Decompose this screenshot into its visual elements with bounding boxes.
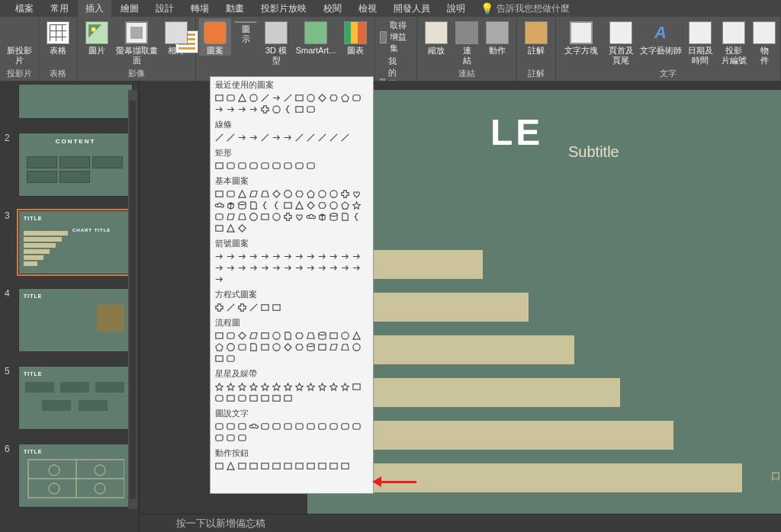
shape-option[interactable] — [317, 330, 328, 341]
shape-option[interactable] — [236, 104, 248, 115]
shape-option[interactable] — [328, 341, 339, 353]
shape-option[interactable] — [236, 262, 248, 274]
shape-option[interactable] — [214, 211, 225, 223]
shape-option[interactable] — [339, 92, 351, 104]
shape-option[interactable] — [305, 421, 317, 432]
shape-option[interactable] — [339, 460, 351, 472]
shape-option[interactable] — [259, 302, 271, 313]
shape-option[interactable] — [328, 330, 339, 341]
notes-pane[interactable]: 按一下以新增備忘稿 — [140, 514, 781, 532]
shape-option[interactable] — [214, 188, 225, 200]
tab-slideshow[interactable]: 投影片放映 — [253, 0, 314, 18]
shape-option[interactable] — [225, 188, 236, 200]
shape-option[interactable] — [225, 211, 236, 223]
shape-option[interactable] — [225, 104, 236, 115]
shape-option[interactable] — [328, 92, 339, 104]
shape-option[interactable] — [317, 421, 328, 432]
shape-option[interactable] — [271, 460, 282, 472]
shape-option[interactable] — [317, 188, 328, 200]
shape-option[interactable] — [294, 262, 305, 274]
shape-option[interactable] — [282, 251, 294, 262]
tab-home[interactable]: 常用 — [43, 0, 76, 18]
shape-option[interactable] — [248, 330, 259, 341]
shape-option[interactable] — [225, 381, 236, 393]
slide-thumb-6[interactable]: TITLE — [18, 444, 133, 508]
shape-option[interactable] — [236, 460, 248, 472]
shape-option[interactable] — [305, 92, 317, 104]
shape-option[interactable] — [236, 223, 248, 234]
shape-option[interactable] — [351, 341, 362, 353]
shape-option[interactable] — [317, 341, 328, 353]
shape-option[interactable] — [259, 200, 271, 211]
shape-option[interactable] — [259, 132, 271, 143]
shape-option[interactable] — [225, 432, 236, 444]
shape-option[interactable] — [225, 223, 236, 234]
comment-button[interactable]: 註解 — [520, 18, 552, 56]
shape-option[interactable] — [294, 200, 305, 211]
shape-option[interactable] — [271, 211, 282, 223]
new-slide-button[interactable]: 新投影 片 — [3, 18, 35, 65]
shape-option[interactable] — [305, 330, 317, 341]
shape-option[interactable] — [305, 211, 317, 223]
thumb-scrollbar[interactable] — [128, 90, 137, 509]
shape-option[interactable] — [225, 393, 236, 404]
shape-option[interactable] — [271, 160, 282, 171]
shape-option[interactable] — [328, 421, 339, 432]
icons-button[interactable]: 圖 示 — [233, 18, 259, 43]
wordart-button[interactable]: 文字藝術師 — [638, 18, 683, 56]
shape-option[interactable] — [214, 353, 225, 364]
shape-option[interactable] — [248, 132, 259, 143]
tab-developer[interactable]: 開發人員 — [386, 0, 438, 18]
shape-option[interactable] — [214, 381, 225, 393]
shape-option[interactable] — [248, 302, 259, 313]
shape-option[interactable] — [236, 432, 248, 444]
shape-option[interactable] — [305, 104, 317, 115]
shape-option[interactable] — [282, 262, 294, 274]
shape-option[interactable] — [259, 393, 271, 404]
shape-option[interactable] — [339, 330, 351, 341]
3dmodel-button[interactable]: 3D 模 型 — [260, 18, 292, 65]
shape-option[interactable] — [294, 460, 305, 472]
shape-option[interactable] — [339, 251, 351, 262]
shape-option[interactable] — [214, 393, 225, 404]
shape-option[interactable] — [248, 92, 259, 104]
shape-option[interactable] — [282, 381, 294, 393]
shape-option[interactable] — [294, 330, 305, 341]
shape-option[interactable] — [236, 200, 248, 211]
shape-option[interactable] — [236, 302, 248, 313]
slide-thumb-2[interactable]: CONTENT — [18, 133, 133, 197]
shape-option[interactable] — [282, 393, 294, 404]
shape-option[interactable] — [259, 251, 271, 262]
chart-button[interactable]: 圖表 — [339, 18, 371, 56]
shape-option[interactable] — [259, 460, 271, 472]
shape-option[interactable] — [214, 274, 225, 285]
shape-option[interactable] — [271, 188, 282, 200]
shape-option[interactable] — [214, 262, 225, 274]
shape-option[interactable] — [328, 188, 339, 200]
shape-option[interactable] — [236, 341, 248, 353]
shape-option[interactable] — [351, 92, 362, 104]
shape-option[interactable] — [214, 251, 225, 262]
shape-option[interactable] — [271, 381, 282, 393]
shape-option[interactable] — [328, 211, 339, 223]
tab-animations[interactable]: 動畫 — [218, 0, 252, 18]
shape-option[interactable] — [248, 460, 259, 472]
shape-option[interactable] — [236, 251, 248, 262]
shape-option[interactable] — [236, 381, 248, 393]
shape-option[interactable] — [248, 381, 259, 393]
shape-option[interactable] — [294, 132, 305, 143]
shape-option[interactable] — [259, 104, 271, 115]
shape-option[interactable] — [214, 160, 225, 171]
shape-option[interactable] — [305, 341, 317, 353]
shape-option[interactable] — [214, 200, 225, 211]
header-footer-button[interactable]: 頁首及 頁尾 — [605, 18, 637, 65]
picture-button[interactable]: 圖片 — [81, 18, 113, 56]
shape-option[interactable] — [317, 132, 328, 143]
shape-option[interactable] — [271, 302, 282, 313]
shape-option[interactable] — [282, 104, 294, 115]
link-button[interactable]: 連 結 — [454, 18, 480, 65]
shape-option[interactable] — [248, 104, 259, 115]
shape-option[interactable] — [214, 460, 225, 472]
shape-option[interactable] — [339, 211, 351, 223]
shape-option[interactable] — [305, 188, 317, 200]
